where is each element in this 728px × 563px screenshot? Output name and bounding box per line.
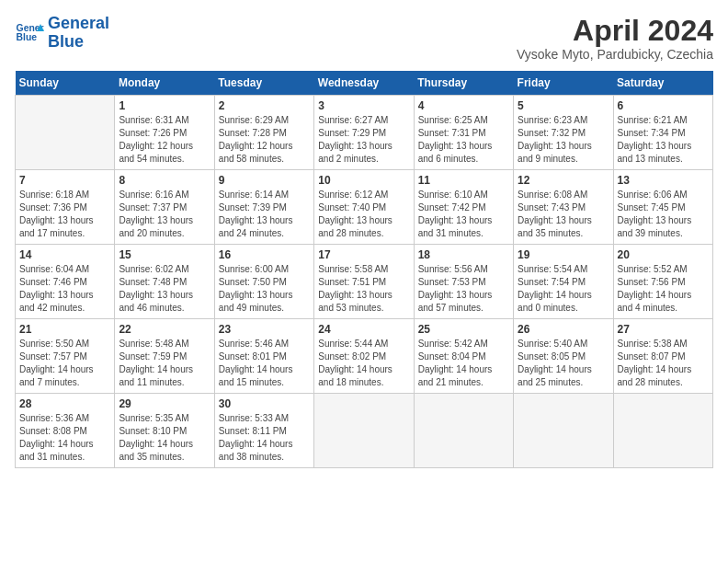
- day-info: Sunrise: 6:23 AMSunset: 7:32 PMDaylight:…: [518, 114, 609, 166]
- weekday-thursday: Thursday: [414, 71, 513, 96]
- day-number: 17: [318, 248, 409, 261]
- page-header: General Blue General Blue April 2024 Vys…: [15, 15, 713, 62]
- calendar-cell: 10Sunrise: 6:12 AMSunset: 7:40 PMDayligh…: [314, 170, 414, 245]
- day-info: Sunrise: 5:44 AMSunset: 8:02 PMDaylight:…: [318, 338, 409, 389]
- month-title: April 2024: [517, 15, 713, 47]
- calendar-cell: 5Sunrise: 6:23 AMSunset: 7:32 PMDaylight…: [514, 96, 613, 170]
- svg-text:Blue: Blue: [17, 32, 38, 42]
- day-info: Sunrise: 6:08 AMSunset: 7:43 PMDaylight:…: [518, 189, 609, 240]
- day-number: 1: [119, 99, 210, 112]
- day-number: 24: [318, 323, 409, 336]
- day-info: Sunrise: 5:54 AMSunset: 7:54 PMDaylight:…: [518, 263, 609, 315]
- day-info: Sunrise: 5:36 AMSunset: 8:08 PMDaylight:…: [19, 412, 110, 464]
- calendar-cell: 27Sunrise: 5:38 AMSunset: 8:07 PMDayligh…: [613, 319, 712, 394]
- calendar-cell: 16Sunrise: 6:00 AMSunset: 7:50 PMDayligh…: [214, 245, 313, 319]
- weekday-monday: Monday: [115, 71, 214, 96]
- logo: General Blue General Blue: [15, 15, 109, 52]
- day-info: Sunrise: 6:27 AMSunset: 7:29 PMDaylight:…: [318, 114, 409, 166]
- day-number: 10: [318, 174, 409, 187]
- calendar-cell: [314, 394, 414, 468]
- day-info: Sunrise: 6:25 AMSunset: 7:31 PMDaylight:…: [418, 114, 509, 166]
- calendar-week-1: 1Sunrise: 6:31 AMSunset: 7:26 PMDaylight…: [16, 96, 713, 170]
- day-info: Sunrise: 6:12 AMSunset: 7:40 PMDaylight:…: [318, 189, 409, 240]
- calendar-cell: 7Sunrise: 6:18 AMSunset: 7:36 PMDaylight…: [16, 170, 115, 245]
- calendar-cell: 1Sunrise: 6:31 AMSunset: 7:26 PMDaylight…: [115, 96, 214, 170]
- day-number: 4: [418, 99, 509, 112]
- location-subtitle: Vysoke Myto, Pardubicky, Czechia: [517, 47, 713, 62]
- day-number: 3: [318, 99, 409, 112]
- day-number: 26: [518, 323, 609, 336]
- calendar-table: SundayMondayTuesdayWednesdayThursdayFrid…: [15, 71, 713, 468]
- day-number: 9: [219, 174, 310, 187]
- calendar-week-3: 14Sunrise: 6:04 AMSunset: 7:46 PMDayligh…: [16, 245, 713, 319]
- calendar-cell: 14Sunrise: 6:04 AMSunset: 7:46 PMDayligh…: [16, 245, 115, 319]
- day-info: Sunrise: 5:40 AMSunset: 8:05 PMDaylight:…: [518, 338, 609, 389]
- calendar-cell: 12Sunrise: 6:08 AMSunset: 7:43 PMDayligh…: [514, 170, 613, 245]
- calendar-cell: 19Sunrise: 5:54 AMSunset: 7:54 PMDayligh…: [514, 245, 613, 319]
- day-info: Sunrise: 5:52 AMSunset: 7:56 PMDaylight:…: [618, 263, 709, 315]
- weekday-header-row: SundayMondayTuesdayWednesdayThursdayFrid…: [16, 71, 713, 96]
- day-info: Sunrise: 6:14 AMSunset: 7:39 PMDaylight:…: [219, 189, 310, 240]
- day-number: 25: [418, 323, 509, 336]
- calendar-cell: 24Sunrise: 5:44 AMSunset: 8:02 PMDayligh…: [314, 319, 414, 394]
- calendar-cell: 29Sunrise: 5:35 AMSunset: 8:10 PMDayligh…: [115, 394, 214, 468]
- weekday-saturday: Saturday: [613, 71, 712, 96]
- calendar-cell: 11Sunrise: 6:10 AMSunset: 7:42 PMDayligh…: [414, 170, 513, 245]
- calendar-cell: 8Sunrise: 6:16 AMSunset: 7:37 PMDaylight…: [115, 170, 214, 245]
- calendar-cell: 18Sunrise: 5:56 AMSunset: 7:53 PMDayligh…: [414, 245, 513, 319]
- day-info: Sunrise: 6:02 AMSunset: 7:48 PMDaylight:…: [119, 263, 210, 315]
- day-info: Sunrise: 5:58 AMSunset: 7:51 PMDaylight:…: [318, 263, 409, 315]
- day-info: Sunrise: 6:04 AMSunset: 7:46 PMDaylight:…: [19, 263, 110, 315]
- day-number: 7: [19, 174, 110, 187]
- calendar-cell: 15Sunrise: 6:02 AMSunset: 7:48 PMDayligh…: [115, 245, 214, 319]
- logo-icon: General Blue: [15, 20, 44, 46]
- weekday-wednesday: Wednesday: [314, 71, 414, 96]
- calendar-week-2: 7Sunrise: 6:18 AMSunset: 7:36 PMDaylight…: [16, 170, 713, 245]
- calendar-cell: 6Sunrise: 6:21 AMSunset: 7:34 PMDaylight…: [613, 96, 712, 170]
- day-info: Sunrise: 5:42 AMSunset: 8:04 PMDaylight:…: [418, 338, 509, 389]
- day-number: 28: [19, 397, 110, 410]
- day-info: Sunrise: 5:50 AMSunset: 7:57 PMDaylight:…: [19, 338, 110, 389]
- calendar-cell: 25Sunrise: 5:42 AMSunset: 8:04 PMDayligh…: [414, 319, 513, 394]
- calendar-cell: 23Sunrise: 5:46 AMSunset: 8:01 PMDayligh…: [214, 319, 313, 394]
- day-number: 2: [219, 99, 310, 112]
- day-number: 29: [119, 397, 210, 410]
- weekday-sunday: Sunday: [16, 71, 115, 96]
- day-number: 11: [418, 174, 509, 187]
- day-info: Sunrise: 5:46 AMSunset: 8:01 PMDaylight:…: [219, 338, 310, 389]
- day-info: Sunrise: 6:18 AMSunset: 7:36 PMDaylight:…: [19, 189, 110, 240]
- calendar-cell: 26Sunrise: 5:40 AMSunset: 8:05 PMDayligh…: [514, 319, 613, 394]
- calendar-cell: 4Sunrise: 6:25 AMSunset: 7:31 PMDaylight…: [414, 96, 513, 170]
- day-number: 6: [618, 99, 709, 112]
- day-info: Sunrise: 5:56 AMSunset: 7:53 PMDaylight:…: [418, 263, 509, 315]
- day-number: 8: [119, 174, 210, 187]
- calendar-cell: [16, 96, 115, 170]
- day-info: Sunrise: 5:48 AMSunset: 7:59 PMDaylight:…: [119, 338, 210, 389]
- day-number: 21: [19, 323, 110, 336]
- day-info: Sunrise: 6:21 AMSunset: 7:34 PMDaylight:…: [618, 114, 709, 166]
- day-number: 13: [618, 174, 709, 187]
- weekday-friday: Friday: [514, 71, 613, 96]
- day-number: 15: [119, 248, 210, 261]
- day-number: 18: [418, 248, 509, 261]
- calendar-week-4: 21Sunrise: 5:50 AMSunset: 7:57 PMDayligh…: [16, 319, 713, 394]
- day-info: Sunrise: 6:29 AMSunset: 7:28 PMDaylight:…: [219, 114, 310, 166]
- calendar-body: 1Sunrise: 6:31 AMSunset: 7:26 PMDaylight…: [16, 96, 713, 468]
- day-number: 22: [119, 323, 210, 336]
- day-number: 16: [219, 248, 310, 261]
- calendar-cell: 20Sunrise: 5:52 AMSunset: 7:56 PMDayligh…: [613, 245, 712, 319]
- calendar-cell: 17Sunrise: 5:58 AMSunset: 7:51 PMDayligh…: [314, 245, 414, 319]
- calendar-cell: 13Sunrise: 6:06 AMSunset: 7:45 PMDayligh…: [613, 170, 712, 245]
- day-number: 19: [518, 248, 609, 261]
- day-info: Sunrise: 5:38 AMSunset: 8:07 PMDaylight:…: [618, 338, 709, 389]
- calendar-cell: 9Sunrise: 6:14 AMSunset: 7:39 PMDaylight…: [214, 170, 313, 245]
- day-number: 5: [518, 99, 609, 112]
- calendar-cell: 2Sunrise: 6:29 AMSunset: 7:28 PMDaylight…: [214, 96, 313, 170]
- calendar-cell: 3Sunrise: 6:27 AMSunset: 7:29 PMDaylight…: [314, 96, 414, 170]
- day-info: Sunrise: 5:33 AMSunset: 8:11 PMDaylight:…: [219, 412, 310, 464]
- day-number: 12: [518, 174, 609, 187]
- day-info: Sunrise: 6:00 AMSunset: 7:50 PMDaylight:…: [219, 263, 310, 315]
- weekday-tuesday: Tuesday: [214, 71, 313, 96]
- day-number: 30: [219, 397, 310, 410]
- day-info: Sunrise: 6:16 AMSunset: 7:37 PMDaylight:…: [119, 189, 210, 240]
